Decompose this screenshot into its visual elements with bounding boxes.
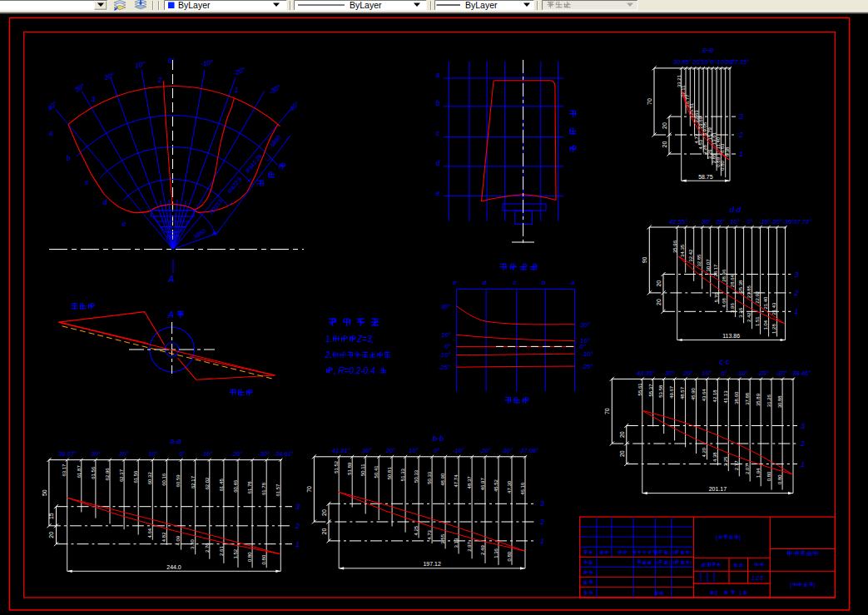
svg-text:62.02: 62.02 [205, 477, 210, 490]
svg-text:23.85: 23.85 [746, 285, 751, 299]
svg-text:47.74: 47.74 [454, 474, 459, 488]
svg-text:50.33: 50.33 [427, 471, 432, 484]
svg-text:50.11: 50.11 [360, 464, 365, 476]
svg-text:0.80: 0.80 [507, 551, 512, 561]
svg-text:): ) [668, 549, 670, 555]
svg-text:20: 20 [321, 528, 327, 535]
svg-text:1.: 1. [325, 335, 332, 344]
svg-text:61.78: 61.78 [261, 482, 266, 495]
svg-text:63.17: 63.17 [62, 464, 67, 477]
svg-text:20°: 20° [682, 369, 692, 377]
svg-text:1.28: 1.28 [771, 324, 776, 334]
svg-text:-30°: -30° [776, 369, 787, 377]
svg-text:ByLayer: ByLayer [350, 0, 382, 10]
svg-text:41.13: 41.13 [723, 390, 728, 404]
svg-text:a: a [571, 279, 575, 286]
svg-text:3: 3 [540, 499, 544, 508]
svg-text:e: e [122, 220, 126, 228]
svg-text:2: 2 [800, 439, 805, 448]
svg-text:2.07: 2.07 [745, 464, 750, 474]
svg-text:20°: 20° [118, 450, 128, 458]
svg-text:): ) [690, 559, 692, 565]
svg-text:30.88: 30.88 [777, 395, 782, 409]
svg-text:6.38: 6.38 [725, 146, 730, 156]
svg-text:, R=0.2-0.4: , R=0.2-0.4 [334, 366, 375, 375]
svg-text:70: 70 [306, 486, 312, 493]
svg-text:1:2.5: 1:2.5 [751, 575, 764, 581]
svg-text:0°: 0° [746, 218, 752, 226]
svg-text:2.61: 2.61 [219, 546, 224, 556]
svg-text:61.78: 61.78 [247, 481, 252, 494]
svg-text:50.81: 50.81 [387, 467, 392, 480]
svg-text:10°: 10° [730, 218, 739, 226]
svg-text:20: 20 [321, 509, 327, 516]
svg-text:): ) [739, 534, 741, 541]
svg-text:41.81°: 41.81° [332, 447, 350, 454]
svg-text:2: 2 [295, 522, 300, 530]
svg-text:35.96: 35.96 [672, 240, 677, 253]
svg-text:30°: 30° [580, 321, 591, 329]
svg-text:): ) [813, 582, 815, 588]
svg-text:50.33: 50.33 [414, 469, 419, 483]
svg-text:2.76: 2.76 [205, 543, 210, 553]
svg-text:2: 2 [793, 289, 798, 297]
svg-text:20°: 20° [715, 218, 725, 226]
svg-text:3.25: 3.25 [723, 456, 728, 466]
svg-text:61.87: 61.87 [77, 465, 82, 479]
svg-text:-10°: -10° [581, 350, 594, 358]
svg-text:31.26: 31.26 [766, 394, 771, 407]
svg-text:a: a [49, 129, 53, 137]
svg-text:3: 3 [92, 95, 96, 103]
svg-text:48.57: 48.57 [680, 386, 685, 399]
svg-text:113.86: 113.86 [722, 333, 740, 339]
svg-text:2.42: 2.42 [746, 312, 751, 322]
svg-text:0.80: 0.80 [777, 474, 782, 484]
svg-text:Z=3;: Z=3; [356, 335, 374, 344]
svg-text:10°: 10° [441, 331, 452, 339]
svg-text:0°: 0° [168, 57, 176, 65]
svg-text:3: 3 [739, 112, 743, 121]
svg-text:38.60: 38.60 [734, 391, 739, 404]
svg-text:ByLayer: ByLayer [178, 0, 211, 10]
svg-text:-10°: -10° [439, 351, 452, 359]
svg-text:b: b [542, 279, 546, 286]
svg-text:-20°: -20° [757, 369, 769, 377]
svg-text:-37.08°: -37.08° [518, 447, 538, 454]
svg-text:20: 20 [656, 299, 662, 305]
svg-text:28.64: 28.64 [730, 275, 735, 288]
svg-text:45.52: 45.52 [494, 479, 498, 492]
svg-text:10°: 10° [702, 369, 711, 377]
svg-text:45.90: 45.90 [691, 387, 696, 400]
svg-text:4.64: 4.64 [147, 528, 152, 538]
svg-text:1: 1 [235, 86, 239, 94]
svg-text:0.80: 0.80 [766, 471, 771, 481]
svg-text:30°: 30° [702, 218, 711, 226]
svg-text:21.40: 21.40 [763, 296, 768, 310]
svg-text:60.16: 60.16 [161, 473, 166, 486]
svg-text:1.94: 1.94 [756, 468, 761, 478]
svg-text:-30°: -30° [258, 450, 270, 458]
svg-text:-10°: -10° [737, 369, 748, 377]
svg-text:61.56: 61.56 [91, 466, 96, 479]
svg-text:70: 70 [604, 408, 610, 414]
svg-text:32.85: 32.85 [697, 254, 702, 267]
svg-text:3.55: 3.55 [440, 533, 445, 543]
svg-text:55.37: 55.37 [648, 384, 653, 397]
svg-text:): ) [668, 559, 670, 565]
svg-text:20: 20 [49, 532, 55, 538]
svg-text:-27.35°: -27.35° [729, 58, 749, 66]
svg-text:ByLayer: ByLayer [465, 0, 498, 10]
svg-text:39.37°: 39.37° [58, 450, 77, 458]
svg-text:a: a [436, 71, 440, 79]
svg-text:60.32: 60.32 [147, 472, 152, 485]
svg-text:2: 2 [157, 76, 162, 84]
svg-text:30°: 30° [91, 450, 100, 458]
svg-text:2.49: 2.49 [480, 545, 485, 555]
svg-text:10°: 10° [148, 450, 157, 458]
svg-text:20°: 20° [385, 447, 395, 454]
svg-text:4.73: 4.73 [427, 529, 432, 539]
svg-text:-34.91°: -34.91° [274, 450, 294, 458]
svg-text:-20°: -20° [479, 447, 491, 454]
svg-text:25.38: 25.38 [738, 280, 743, 293]
svg-text:-20°: -20° [771, 218, 782, 226]
